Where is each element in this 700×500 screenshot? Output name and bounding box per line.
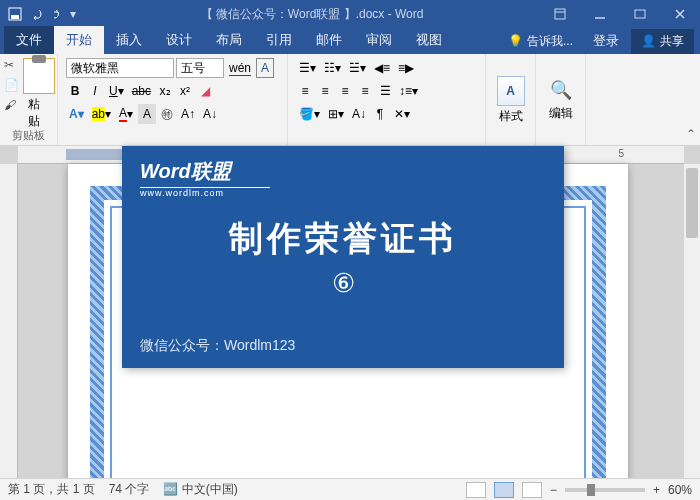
status-page[interactable]: 第 1 页，共 1 页 bbox=[8, 481, 95, 498]
snap-grid-icon[interactable]: ✕▾ bbox=[391, 104, 413, 124]
show-marks-icon[interactable]: ¶ bbox=[371, 104, 389, 124]
underline-button[interactable]: U ▾ bbox=[106, 81, 127, 101]
redo-icon[interactable] bbox=[52, 7, 62, 21]
italic-button[interactable]: I bbox=[86, 81, 104, 101]
ribbon-tabs: 文件 开始 插入 设计 布局 引用 邮件 审阅 视图 💡告诉我... 登录 👤共… bbox=[0, 28, 700, 54]
qat-more-icon[interactable]: ▾ bbox=[70, 7, 76, 21]
close-icon[interactable] bbox=[660, 0, 700, 28]
sort-icon[interactable]: A↓ bbox=[349, 104, 369, 124]
find-icon[interactable]: 🔍 bbox=[550, 79, 572, 101]
styles-label[interactable]: 样式 bbox=[499, 108, 523, 125]
tab-mailings[interactable]: 邮件 bbox=[304, 26, 354, 54]
zoom-thumb[interactable] bbox=[587, 484, 595, 496]
decrease-indent-icon[interactable]: ◀≡ bbox=[371, 58, 393, 78]
collapse-ribbon-icon[interactable]: ⌃ bbox=[686, 127, 696, 141]
maximize-icon[interactable] bbox=[620, 0, 660, 28]
paste-button[interactable]: 粘贴 bbox=[28, 58, 49, 130]
zoom-out-icon[interactable]: − bbox=[550, 483, 557, 497]
format-painter-icon[interactable]: 🖌 bbox=[4, 98, 20, 114]
increase-indent-icon[interactable]: ≡▶ bbox=[395, 58, 417, 78]
undo-icon[interactable] bbox=[30, 7, 44, 21]
overlay-subtitle: 微信公众号：Wordlm123 bbox=[140, 337, 546, 355]
zoom-level[interactable]: 60% bbox=[668, 483, 692, 497]
clear-format-icon[interactable]: ◢ bbox=[196, 81, 214, 101]
save-icon[interactable] bbox=[8, 7, 22, 21]
tab-review[interactable]: 审阅 bbox=[354, 26, 404, 54]
svg-rect-2 bbox=[555, 9, 565, 19]
paste-icon bbox=[23, 58, 55, 94]
align-left-icon[interactable]: ≡ bbox=[296, 81, 314, 101]
tab-file[interactable]: 文件 bbox=[4, 26, 54, 54]
shading-icon[interactable]: 🪣▾ bbox=[296, 104, 323, 124]
group-paragraph: ☰▾ ☷▾ ☱▾ ◀≡ ≡▶ ≡ ≡ ≡ ≡ ☰ ↕≡▾ 🪣▾ ⊞▾ A↓ ¶ … bbox=[288, 54, 486, 145]
align-right-icon[interactable]: ≡ bbox=[336, 81, 354, 101]
ribbon: ✂ 📄 🖌 粘贴 剪贴板 微软雅黑 五号 wén A B I U ▾ abc x… bbox=[0, 54, 700, 146]
align-center-icon[interactable]: ≡ bbox=[316, 81, 334, 101]
share-button[interactable]: 👤共享 bbox=[631, 29, 694, 54]
zoom-in-icon[interactable]: + bbox=[653, 483, 660, 497]
highlight-icon[interactable]: ab▾ bbox=[89, 104, 114, 124]
tab-layout[interactable]: 布局 bbox=[204, 26, 254, 54]
tab-design[interactable]: 设计 bbox=[154, 26, 204, 54]
tab-home[interactable]: 开始 bbox=[54, 26, 104, 54]
status-lang[interactable]: 🔤 中文(中国) bbox=[163, 481, 237, 498]
editing-label[interactable]: 编辑 bbox=[549, 105, 573, 122]
group-styles: A 样式 bbox=[486, 54, 536, 145]
font-color-icon[interactable]: A▾ bbox=[116, 104, 136, 124]
overlay-url: www.wordlm.com bbox=[140, 188, 546, 198]
line-spacing-icon[interactable]: ↕≡▾ bbox=[396, 81, 421, 101]
ruler-vertical[interactable] bbox=[0, 164, 18, 478]
titlebar: ▾ 【 微信公众号：Word联盟 】.docx - Word bbox=[0, 0, 700, 28]
numbering-icon[interactable]: ☷▾ bbox=[321, 58, 344, 78]
copy-icon[interactable]: 📄 bbox=[4, 78, 20, 94]
group-label-clipboard: 剪贴板 bbox=[0, 128, 57, 143]
statusbar: 第 1 页，共 1 页 74 个字 🔤 中文(中国) − + 60% bbox=[0, 478, 700, 500]
group-editing: 🔍 编辑 bbox=[536, 54, 586, 145]
login-button[interactable]: 登录 bbox=[585, 28, 627, 54]
styles-icon[interactable]: A bbox=[497, 76, 525, 106]
strikethrough-button[interactable]: abc bbox=[129, 81, 154, 101]
minimize-icon[interactable] bbox=[580, 0, 620, 28]
ribbon-options-icon[interactable] bbox=[540, 0, 580, 28]
superscript-button[interactable]: x² bbox=[176, 81, 194, 101]
overlay-title: 制作荣誉证书 bbox=[140, 216, 546, 262]
status-words[interactable]: 74 个字 bbox=[109, 481, 150, 498]
share-icon: 👤 bbox=[641, 34, 656, 48]
char-border-icon[interactable]: A bbox=[256, 58, 274, 78]
char-shading-icon[interactable]: A bbox=[138, 104, 156, 124]
bullets-icon[interactable]: ☰▾ bbox=[296, 58, 319, 78]
borders-icon[interactable]: ⊞▾ bbox=[325, 104, 347, 124]
font-name-combo[interactable]: 微软雅黑 bbox=[66, 58, 174, 78]
multilevel-icon[interactable]: ☱▾ bbox=[346, 58, 369, 78]
overlay-logo: Word联盟 bbox=[140, 158, 546, 185]
enclose-char-icon[interactable]: ㊕ bbox=[158, 104, 176, 124]
tab-references[interactable]: 引用 bbox=[254, 26, 304, 54]
text-effects-icon[interactable]: A▾ bbox=[66, 104, 87, 124]
bold-button[interactable]: B bbox=[66, 81, 84, 101]
overlay-number: ⑥ bbox=[140, 268, 546, 299]
view-print-icon[interactable] bbox=[494, 482, 514, 498]
font-size-combo[interactable]: 五号 bbox=[176, 58, 224, 78]
group-clipboard: ✂ 📄 🖌 粘贴 剪贴板 bbox=[0, 54, 58, 145]
window-buttons bbox=[540, 0, 700, 28]
window-title: 【 微信公众号：Word联盟 】.docx - Word bbox=[84, 6, 540, 23]
zoom-slider[interactable] bbox=[565, 488, 645, 492]
distribute-icon[interactable]: ☰ bbox=[376, 81, 394, 101]
view-read-icon[interactable] bbox=[466, 482, 486, 498]
svg-rect-3 bbox=[635, 10, 645, 18]
justify-icon[interactable]: ≡ bbox=[356, 81, 374, 101]
view-web-icon[interactable] bbox=[522, 482, 542, 498]
bulb-icon: 💡 bbox=[508, 34, 523, 48]
group-font: 微软雅黑 五号 wén A B I U ▾ abc x₂ x² ◢ A▾ ab▾… bbox=[58, 54, 288, 145]
grow-font-icon[interactable]: A↑ bbox=[178, 104, 198, 124]
tab-view[interactable]: 视图 bbox=[404, 26, 454, 54]
subscript-button[interactable]: x₂ bbox=[156, 81, 174, 101]
shrink-font-icon[interactable]: A↓ bbox=[200, 104, 220, 124]
quick-access-toolbar: ▾ bbox=[0, 7, 84, 21]
scroll-thumb[interactable] bbox=[686, 168, 698, 238]
tell-me[interactable]: 💡告诉我... bbox=[500, 29, 581, 54]
phonetic-guide-icon[interactable]: wén bbox=[226, 58, 254, 78]
cut-icon[interactable]: ✂ bbox=[4, 58, 20, 74]
tab-insert[interactable]: 插入 bbox=[104, 26, 154, 54]
scrollbar-vertical[interactable] bbox=[684, 164, 700, 478]
